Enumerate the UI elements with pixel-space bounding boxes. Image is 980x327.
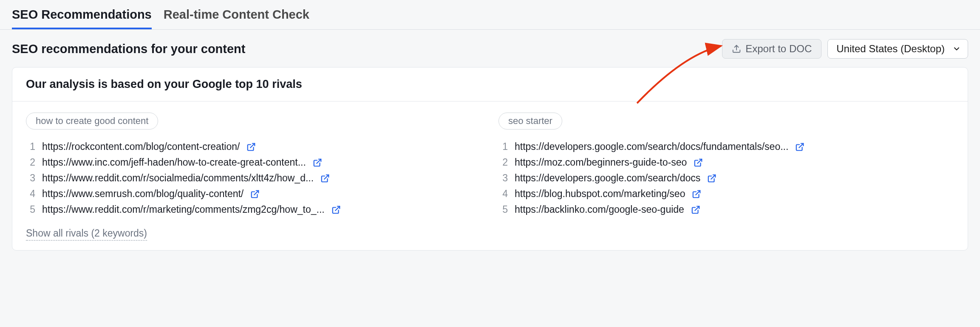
external-link-icon[interactable]: [691, 205, 700, 214]
chevron-down-icon: [952, 45, 961, 53]
svg-line-7: [799, 143, 804, 147]
svg-line-11: [695, 206, 699, 210]
svg-line-10: [696, 190, 700, 195]
rival-item: 2 https://www.inc.com/jeff-haden/how-to-…: [26, 155, 482, 170]
external-link-icon[interactable]: [320, 174, 330, 183]
rivals-card: Our analysis is based on your Google top…: [12, 67, 968, 251]
card-header: Our analysis is based on your Google top…: [12, 68, 968, 101]
rival-url: https://blog.hubspot.com/marketing/seo: [515, 188, 685, 200]
rival-item: 3 https://www.reddit.com/r/socialmedia/c…: [26, 170, 482, 186]
rival-item: 4 https://www.semrush.com/blog/quality-c…: [26, 186, 482, 202]
page-title: SEO recommendations for your content: [12, 42, 245, 56]
external-link-icon[interactable]: [795, 142, 804, 152]
keyword-column: how to create good content 1 https://roc…: [26, 113, 482, 217]
rival-item: 3 https://developers.google.com/search/d…: [498, 170, 954, 186]
svg-line-6: [335, 206, 340, 210]
external-link-icon[interactable]: [692, 189, 701, 199]
rival-url: https://moz.com/beginners-guide-to-seo: [515, 157, 687, 168]
keyword-pill[interactable]: how to create good content: [26, 113, 158, 130]
card-body: how to create good content 1 https://roc…: [12, 101, 968, 250]
rival-rank: 4: [26, 188, 35, 200]
svg-line-9: [711, 175, 715, 179]
rival-url: https://www.inc.com/jeff-haden/how-to-cr…: [42, 157, 306, 168]
rival-url: https://developers.google.com/search/doc…: [515, 141, 788, 152]
locale-selector-value: United States (Desktop): [836, 43, 945, 55]
svg-line-4: [324, 175, 329, 179]
tabs-bar: SEO Recommendations Real-time Content Ch…: [0, 0, 980, 30]
keyword-column: seo starter 1 https://developers.google.…: [498, 113, 954, 217]
keyword-pill[interactable]: seo starter: [498, 113, 562, 130]
export-label: Export to DOC: [745, 43, 812, 55]
rival-rank: 3: [498, 172, 508, 184]
rival-item: 4 https://blog.hubspot.com/marketing/seo: [498, 186, 954, 202]
rival-rank: 2: [498, 157, 508, 168]
rival-url: https://backlinko.com/google-seo-guide: [515, 204, 684, 215]
external-link-icon[interactable]: [331, 205, 341, 214]
external-link-icon[interactable]: [694, 158, 703, 167]
rival-item: 2 https://moz.com/beginners-guide-to-seo: [498, 155, 954, 170]
header-row: SEO recommendations for your content Exp…: [0, 30, 980, 67]
locale-selector[interactable]: United States (Desktop): [827, 39, 968, 59]
rival-url: https://www.semrush.com/blog/quality-con…: [42, 188, 244, 200]
tab-realtime-content-check[interactable]: Real-time Content Check: [164, 8, 309, 29]
rival-rank: 1: [498, 141, 508, 152]
rival-item: 1 https://developers.google.com/search/d…: [498, 139, 954, 155]
rival-rank: 5: [498, 204, 508, 215]
rival-url: https://www.reddit.com/r/marketing/comme…: [42, 204, 325, 215]
rival-rank: 4: [498, 188, 508, 200]
rival-url: https://www.reddit.com/r/socialmedia/com…: [42, 172, 314, 184]
rival-list: 1 https://rockcontent.com/blog/content-c…: [26, 139, 482, 217]
svg-line-5: [254, 190, 258, 195]
rival-item: 1 https://rockcontent.com/blog/content-c…: [26, 139, 482, 155]
svg-line-2: [251, 143, 255, 147]
export-to-doc-button[interactable]: Export to DOC: [722, 39, 821, 59]
show-all-rivals-link[interactable]: Show all rivals (2 keywords): [26, 228, 147, 241]
external-link-icon[interactable]: [246, 142, 256, 152]
card-title: Our analysis is based on your Google top…: [26, 78, 954, 91]
svg-line-3: [317, 159, 321, 163]
rival-rank: 2: [26, 157, 35, 168]
rival-rank: 5: [26, 204, 35, 215]
external-link-icon[interactable]: [313, 158, 322, 167]
columns: how to create good content 1 https://roc…: [26, 113, 954, 217]
tab-seo-recommendations[interactable]: SEO Recommendations: [12, 8, 152, 29]
upload-icon: [732, 44, 741, 54]
external-link-icon[interactable]: [250, 189, 260, 199]
external-link-icon[interactable]: [707, 174, 717, 183]
rival-rank: 3: [26, 172, 35, 184]
rival-url: https://rockcontent.com/blog/content-cre…: [42, 141, 240, 152]
rival-url: https://developers.google.com/search/doc…: [515, 172, 700, 184]
header-actions: Export to DOC United States (Desktop): [722, 39, 968, 59]
rival-item: 5 https://www.reddit.com/r/marketing/com…: [26, 202, 482, 217]
svg-line-8: [697, 159, 702, 163]
rival-list: 1 https://developers.google.com/search/d…: [498, 139, 954, 217]
rival-rank: 1: [26, 141, 35, 152]
rival-item: 5 https://backlinko.com/google-seo-guide: [498, 202, 954, 217]
